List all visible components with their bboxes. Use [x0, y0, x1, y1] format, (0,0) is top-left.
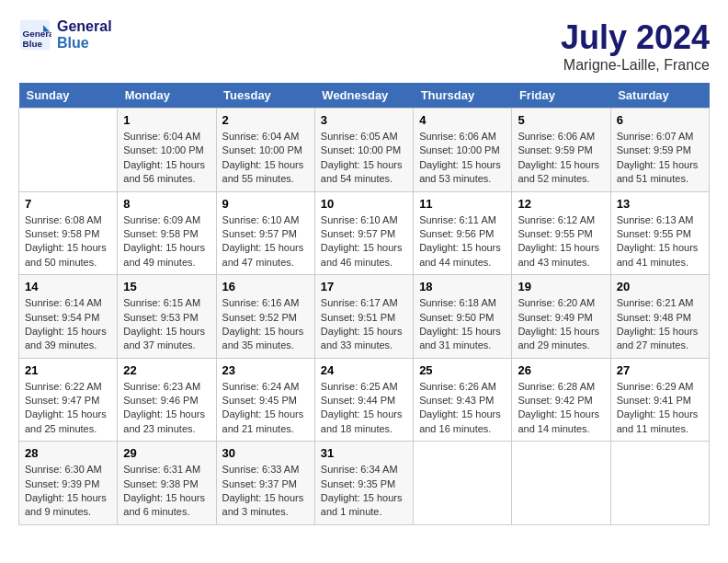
calendar-cell: 15Sunrise: 6:15 AM Sunset: 9:53 PM Dayli…	[118, 275, 216, 359]
day-number: 19	[518, 280, 604, 293]
calendar-week-1: 1Sunrise: 6:04 AM Sunset: 10:00 PM Dayli…	[19, 109, 710, 192]
logo-icon: General Blue	[18, 18, 51, 52]
day-number: 31	[321, 446, 407, 460]
calendar-cell: 1Sunrise: 6:04 AM Sunset: 10:00 PM Dayli…	[118, 109, 216, 192]
day-number: 23	[222, 363, 309, 377]
day-number: 26	[518, 363, 604, 377]
col-wednesday: Wednesday	[314, 83, 413, 109]
day-info: Sunrise: 6:16 AM Sunset: 9:52 PM Dayligh…	[222, 296, 309, 353]
calendar-cell: 11Sunrise: 6:11 AM Sunset: 9:56 PM Dayli…	[414, 191, 512, 275]
day-number: 5	[518, 113, 604, 127]
day-info: Sunrise: 6:21 AM Sunset: 9:48 PM Dayligh…	[617, 296, 703, 353]
day-info: Sunrise: 6:29 AM Sunset: 9:41 PM Dayligh…	[617, 380, 703, 437]
col-monday: Monday	[118, 83, 216, 109]
calendar-cell: 31Sunrise: 6:34 AM Sunset: 9:35 PM Dayli…	[314, 442, 413, 525]
day-info: Sunrise: 6:30 AM Sunset: 9:39 PM Dayligh…	[25, 463, 111, 520]
day-number: 30	[222, 446, 309, 460]
day-info: Sunrise: 6:13 AM Sunset: 9:55 PM Dayligh…	[617, 213, 703, 270]
day-info: Sunrise: 6:06 AM Sunset: 10:00 PM Daylig…	[419, 130, 506, 187]
day-number: 8	[123, 197, 210, 211]
calendar-cell: 26Sunrise: 6:28 AM Sunset: 9:42 PM Dayli…	[512, 358, 610, 442]
day-number: 20	[617, 280, 703, 293]
col-thursday: Thursday	[414, 83, 512, 109]
day-number: 25	[419, 363, 506, 377]
calendar-cell	[414, 442, 512, 525]
calendar-cell: 29Sunrise: 6:31 AM Sunset: 9:38 PM Dayli…	[118, 442, 216, 525]
calendar-cell: 6Sunrise: 6:07 AM Sunset: 9:59 PM Daylig…	[610, 109, 709, 192]
day-info: Sunrise: 6:07 AM Sunset: 9:59 PM Dayligh…	[617, 130, 703, 187]
calendar-cell: 20Sunrise: 6:21 AM Sunset: 9:48 PM Dayli…	[610, 275, 709, 359]
month-year: July 2024	[561, 18, 710, 57]
day-number: 24	[321, 363, 407, 377]
day-info: Sunrise: 6:28 AM Sunset: 9:42 PM Dayligh…	[518, 380, 604, 437]
location: Marigne-Laille, France	[561, 57, 710, 74]
title-block: July 2024 Marigne-Laille, France	[561, 18, 710, 74]
day-info: Sunrise: 6:15 AM Sunset: 9:53 PM Dayligh…	[123, 296, 210, 353]
calendar-cell: 9Sunrise: 6:10 AM Sunset: 9:57 PM Daylig…	[216, 191, 314, 275]
calendar-cell: 3Sunrise: 6:05 AM Sunset: 10:00 PM Dayli…	[314, 109, 413, 192]
col-saturday: Saturday	[610, 83, 709, 109]
day-number: 1	[123, 113, 210, 127]
day-info: Sunrise: 6:04 AM Sunset: 10:00 PM Daylig…	[123, 130, 210, 187]
calendar-week-2: 7Sunrise: 6:08 AM Sunset: 9:58 PM Daylig…	[19, 191, 710, 275]
day-info: Sunrise: 6:34 AM Sunset: 9:35 PM Dayligh…	[321, 463, 407, 520]
day-number: 22	[123, 363, 210, 377]
logo: General Blue General Blue	[18, 18, 112, 52]
calendar-cell: 28Sunrise: 6:30 AM Sunset: 9:39 PM Dayli…	[19, 442, 118, 525]
calendar-cell: 16Sunrise: 6:16 AM Sunset: 9:52 PM Dayli…	[216, 275, 314, 359]
calendar-cell: 7Sunrise: 6:08 AM Sunset: 9:58 PM Daylig…	[19, 191, 118, 275]
calendar-cell	[512, 442, 610, 525]
day-info: Sunrise: 6:08 AM Sunset: 9:58 PM Dayligh…	[25, 213, 111, 270]
calendar-week-5: 28Sunrise: 6:30 AM Sunset: 9:39 PM Dayli…	[19, 442, 710, 525]
day-number: 18	[419, 280, 506, 293]
logo-text: General Blue	[57, 18, 112, 51]
calendar-cell: 23Sunrise: 6:24 AM Sunset: 9:45 PM Dayli…	[216, 358, 314, 442]
day-info: Sunrise: 6:31 AM Sunset: 9:38 PM Dayligh…	[123, 463, 210, 520]
calendar-week-4: 21Sunrise: 6:22 AM Sunset: 9:47 PM Dayli…	[19, 358, 710, 442]
calendar-cell: 8Sunrise: 6:09 AM Sunset: 9:58 PM Daylig…	[118, 191, 216, 275]
calendar-body: 1Sunrise: 6:04 AM Sunset: 10:00 PM Dayli…	[19, 109, 710, 525]
day-number: 17	[321, 280, 407, 293]
calendar-cell: 22Sunrise: 6:23 AM Sunset: 9:46 PM Dayli…	[118, 358, 216, 442]
calendar-cell: 12Sunrise: 6:12 AM Sunset: 9:55 PM Dayli…	[512, 191, 610, 275]
day-number: 10	[321, 197, 407, 211]
calendar-cell: 13Sunrise: 6:13 AM Sunset: 9:55 PM Dayli…	[610, 191, 709, 275]
day-info: Sunrise: 6:09 AM Sunset: 9:58 PM Dayligh…	[123, 213, 210, 270]
day-number: 9	[222, 197, 309, 211]
day-number: 2	[222, 113, 309, 127]
calendar-cell: 18Sunrise: 6:18 AM Sunset: 9:50 PM Dayli…	[414, 275, 512, 359]
calendar-table: Sunday Monday Tuesday Wednesday Thursday…	[18, 83, 710, 525]
calendar-cell: 17Sunrise: 6:17 AM Sunset: 9:51 PM Dayli…	[314, 275, 413, 359]
calendar-cell: 10Sunrise: 6:10 AM Sunset: 9:57 PM Dayli…	[314, 191, 413, 275]
calendar-header: Sunday Monday Tuesday Wednesday Thursday…	[19, 83, 710, 109]
day-info: Sunrise: 6:11 AM Sunset: 9:56 PM Dayligh…	[419, 213, 506, 270]
day-number: 27	[617, 363, 703, 377]
col-tuesday: Tuesday	[216, 83, 314, 109]
day-info: Sunrise: 6:12 AM Sunset: 9:55 PM Dayligh…	[518, 213, 604, 270]
day-info: Sunrise: 6:04 AM Sunset: 10:00 PM Daylig…	[222, 130, 309, 187]
calendar-cell: 25Sunrise: 6:26 AM Sunset: 9:43 PM Dayli…	[414, 358, 512, 442]
day-info: Sunrise: 6:06 AM Sunset: 9:59 PM Dayligh…	[518, 130, 604, 187]
day-number: 3	[321, 113, 407, 127]
day-info: Sunrise: 6:25 AM Sunset: 9:44 PM Dayligh…	[321, 380, 407, 437]
svg-text:Blue: Blue	[23, 39, 43, 49]
day-number: 4	[419, 113, 506, 127]
calendar-cell: 19Sunrise: 6:20 AM Sunset: 9:49 PM Dayli…	[512, 275, 610, 359]
day-info: Sunrise: 6:20 AM Sunset: 9:49 PM Dayligh…	[518, 296, 604, 353]
day-number: 14	[25, 280, 111, 293]
calendar-cell: 27Sunrise: 6:29 AM Sunset: 9:41 PM Dayli…	[610, 358, 709, 442]
calendar-cell: 2Sunrise: 6:04 AM Sunset: 10:00 PM Dayli…	[216, 109, 314, 192]
calendar-cell	[610, 442, 709, 525]
day-number: 6	[617, 113, 703, 127]
day-info: Sunrise: 6:23 AM Sunset: 9:46 PM Dayligh…	[123, 380, 210, 437]
calendar-cell: 5Sunrise: 6:06 AM Sunset: 9:59 PM Daylig…	[512, 109, 610, 192]
calendar-cell	[19, 109, 118, 192]
day-number: 21	[25, 363, 111, 377]
col-sunday: Sunday	[19, 83, 118, 109]
day-number: 15	[123, 280, 210, 293]
day-number: 11	[419, 197, 506, 211]
day-info: Sunrise: 6:18 AM Sunset: 9:50 PM Dayligh…	[419, 296, 506, 353]
calendar-cell: 30Sunrise: 6:33 AM Sunset: 9:37 PM Dayli…	[216, 442, 314, 525]
day-info: Sunrise: 6:14 AM Sunset: 9:54 PM Dayligh…	[25, 296, 111, 353]
day-info: Sunrise: 6:33 AM Sunset: 9:37 PM Dayligh…	[222, 463, 309, 520]
